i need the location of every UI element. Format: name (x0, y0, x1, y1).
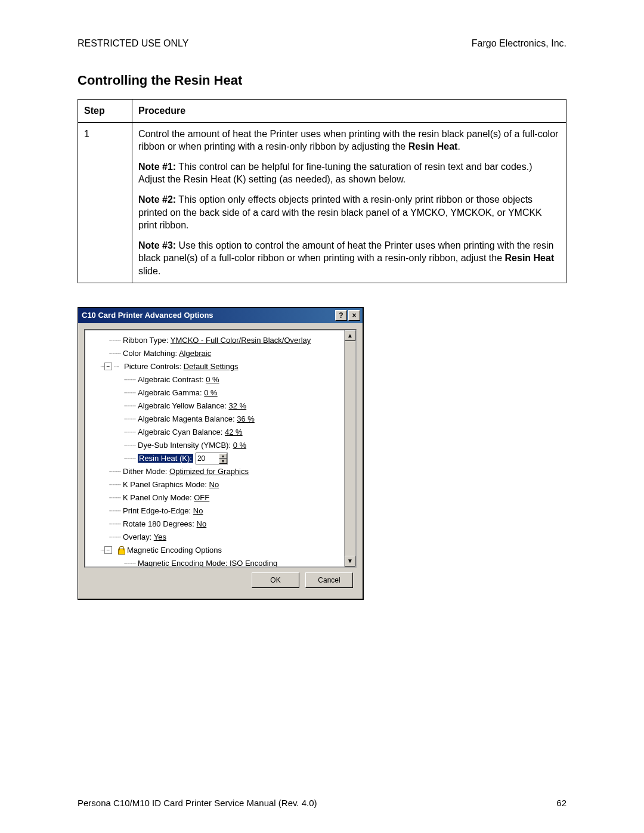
lock-icon (117, 546, 125, 555)
page-footer: Persona C10/M10 ID Card Printer Service … (78, 798, 566, 808)
col-procedure-header: Procedure (132, 100, 566, 123)
help-button[interactable]: ? (335, 310, 347, 321)
collapse-icon[interactable]: − (104, 546, 112, 554)
ok-button[interactable]: OK (252, 572, 299, 588)
document-page: RESTRICTED USE ONLY Fargo Electronics, I… (0, 0, 644, 833)
col-step-header: Step (78, 100, 132, 123)
tree-item-rotate[interactable]: ┈┈┈Rotate 180 Degrees: No (88, 518, 355, 531)
procedure-note-2: Note #2: This option only effects object… (138, 193, 560, 232)
options-tree[interactable]: ▲ ▼ ┈┈┈Ribbon Type: YMCKO - Full Color/R… (84, 329, 357, 568)
procedure-note-3: Note #3: Use this option to control the … (138, 239, 560, 278)
header-right: Fargo Electronics, Inc. (472, 38, 566, 49)
tree-item-kpanel-only[interactable]: ┈┈┈K Panel Only Mode: OFF (88, 491, 355, 504)
procedure-cell: Control the amount of heat the Printer u… (132, 122, 566, 283)
footer-page-number: 62 (556, 798, 566, 808)
tree-item-dyesub[interactable]: ┈┈┈Dye-Sub Intensity (YMCB): 0 % (88, 439, 355, 452)
tree-item-ribbon-type[interactable]: ┈┈┈Ribbon Type: YMCKO - Full Color/Resin… (88, 334, 355, 347)
tree-item-alg-cyan[interactable]: ┈┈┈Algebraic Cyan Balance: 42 % (88, 426, 355, 439)
procedure-note-1: Note #1: This control can be helpful for… (138, 160, 560, 186)
collapse-icon[interactable]: − (104, 363, 112, 370)
cancel-button[interactable]: Cancel (305, 572, 353, 588)
header-left: RESTRICTED USE ONLY (78, 38, 188, 49)
procedure-table: Step Procedure 1 Control the amount of h… (78, 99, 566, 283)
dialog-titlebar[interactable]: C10 Card Printer Advanced Options ? × (78, 308, 363, 323)
dialog-title: C10 Card Printer Advanced Options (82, 311, 213, 320)
spin-up-button[interactable]: ▲ (219, 453, 227, 459)
tree-item-alg-gamma[interactable]: ┈┈┈Algebraic Gamma: 0 % (88, 386, 355, 400)
help-icon: ? (339, 311, 343, 320)
tree-item-color-matching[interactable]: ┈┈┈Color Matching: Algebraic (88, 347, 355, 360)
step-number: 1 (78, 122, 132, 283)
close-button[interactable]: × (348, 310, 360, 321)
tree-item-dither[interactable]: ┈┈┈Dither Mode: Optimized for Graphics (88, 465, 355, 478)
caret-up-icon: ▲ (221, 454, 225, 458)
page-header: RESTRICTED USE ONLY Fargo Electronics, I… (78, 38, 566, 49)
tree-item-alg-magenta[interactable]: ┈┈┈Algebraic Magenta Balance: 36 % (88, 413, 355, 426)
resin-heat-spinbox[interactable]: ▲ ▼ (196, 453, 228, 465)
tree-item-resin-heat[interactable]: ┈┈┈ Resin Heat (K): ▲ ▼ (88, 452, 355, 465)
selected-label: Resin Heat (K): (138, 454, 193, 463)
footer-manual-name: Persona C10/M10 ID Card Printer Service … (78, 798, 317, 808)
resin-heat-input[interactable] (196, 454, 219, 463)
tree-item-magnetic-mode[interactable]: ┈┈┈Magnetic Encoding Mode: ISO Encoding (88, 557, 355, 568)
tree-item-alg-yellow[interactable]: ┈┈┈Algebraic Yellow Balance: 32 % (88, 400, 355, 413)
tree-item-kpanel-graphics[interactable]: ┈┈┈K Panel Graphics Mode: No (88, 478, 355, 491)
tree-item-alg-contrast[interactable]: ┈┈┈Algebraic Contrast: 0 % (88, 373, 355, 386)
close-icon: × (352, 311, 356, 320)
tree-item-picture-controls[interactable]: ┈−┈Picture Controls: Default Settings (88, 360, 355, 373)
caret-down-icon: ▼ (221, 459, 225, 463)
spin-down-button[interactable]: ▼ (219, 459, 227, 464)
advanced-options-dialog: C10 Card Printer Advanced Options ? × ▲ … (78, 307, 364, 600)
tree-item-magnetic-options[interactable]: ┈− Magnetic Encoding Options (88, 544, 355, 557)
tree-item-edge-to-edge[interactable]: ┈┈┈Print Edge-to-Edge: No (88, 504, 355, 518)
tree-item-overlay[interactable]: ┈┈┈Overlay: Yes (88, 531, 355, 544)
procedure-para-1: Control the amount of heat the Printer u… (138, 128, 560, 153)
section-title: Controlling the Resin Heat (78, 73, 566, 88)
